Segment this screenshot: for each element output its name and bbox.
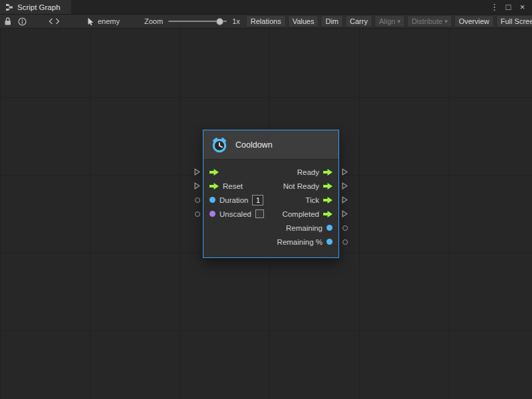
- alarm-clock-icon: [211, 136, 228, 154]
- relations-button[interactable]: Relations: [246, 15, 286, 27]
- external-control-output[interactable]: [341, 168, 348, 176]
- close-button[interactable]: ×: [517, 0, 527, 15]
- titlebar: Script Graph ⋮ □ ×: [0, 0, 532, 15]
- zoom-label: Zoom: [144, 17, 163, 25]
- port-label-reset: Reset: [223, 182, 243, 190]
- graph-pointer-icon: [87, 17, 94, 26]
- overview-button[interactable]: Overview: [454, 15, 494, 27]
- align-dropdown[interactable]: Align ▾: [374, 15, 405, 27]
- port-row: Remaining: [203, 221, 338, 235]
- toolbar-buttons: Relations Values Dim Carry Align ▾ Distr…: [246, 15, 532, 27]
- node-title: Cooldown: [235, 140, 273, 150]
- port-row: Unscaled Completed: [203, 207, 338, 221]
- align-label: Align: [379, 17, 395, 25]
- relations-label: Relations: [251, 17, 281, 25]
- carry-button[interactable]: Carry: [345, 15, 372, 27]
- unscaled-checkbox[interactable]: [255, 209, 264, 218]
- overview-label: Overview: [459, 17, 489, 25]
- external-control-input[interactable]: [194, 168, 201, 176]
- port-label-unscaled: Unscaled: [219, 210, 251, 218]
- window-menu-button[interactable]: ⋮: [489, 0, 499, 15]
- dim-label: Dim: [325, 17, 338, 25]
- carry-label: Carry: [350, 17, 368, 25]
- external-value-output[interactable]: [341, 224, 348, 231]
- lock-icon[interactable]: [3, 17, 12, 26]
- external-control-output[interactable]: [341, 182, 348, 190]
- graph-canvas[interactable]: Cooldown Ready: [0, 29, 532, 399]
- code-view-icon[interactable]: [49, 18, 60, 25]
- full-screen-button[interactable]: Full Screen: [496, 15, 532, 27]
- graph-toolbar: enemy Zoom 1x Relations Values Dim Carry…: [0, 15, 532, 29]
- values-label: Values: [293, 17, 315, 25]
- control-output-port-icon[interactable]: [323, 210, 332, 218]
- tab-script-graph[interactable]: Script Graph: [0, 0, 71, 14]
- graph-icon: [5, 3, 13, 11]
- window-controls: ⋮ □ ×: [489, 0, 532, 14]
- port-row: Duration Tick: [203, 193, 338, 207]
- full-screen-label: Full Screen: [501, 17, 532, 25]
- graph-breadcrumb[interactable]: enemy: [87, 17, 120, 26]
- external-value-input[interactable]: [194, 210, 201, 217]
- port-label-tick: Tick: [305, 196, 319, 204]
- distribute-dropdown[interactable]: Distribute ▾: [407, 15, 452, 27]
- chevron-down-icon: ▾: [397, 19, 400, 25]
- zoom-value: 1x: [232, 17, 240, 25]
- tab-title: Script Graph: [17, 3, 61, 11]
- external-value-input[interactable]: [194, 196, 201, 203]
- values-button[interactable]: Values: [288, 15, 319, 27]
- control-output-port-icon[interactable]: [323, 168, 332, 176]
- value-output-port-icon[interactable]: [327, 225, 332, 231]
- maximize-button[interactable]: □: [503, 0, 513, 15]
- zoom-knob[interactable]: [216, 18, 223, 25]
- port-label-remaining-percent: Remaining %: [277, 238, 323, 246]
- info-icon[interactable]: [18, 17, 27, 26]
- port-label-remaining: Remaining: [286, 224, 323, 232]
- value-input-port-icon[interactable]: [209, 197, 215, 203]
- duration-input[interactable]: [252, 195, 263, 205]
- boolean-input-port-icon[interactable]: [209, 211, 215, 217]
- zoom-control: Zoom 1x: [144, 17, 240, 26]
- port-row: Reset Not Ready: [203, 179, 338, 193]
- port-row: Remaining %: [203, 235, 338, 249]
- node-body: Ready Reset Not Ready: [203, 160, 338, 257]
- external-control-output[interactable]: [341, 210, 348, 217]
- external-control-input[interactable]: [194, 182, 201, 190]
- dim-button[interactable]: Dim: [321, 15, 343, 27]
- graph-name: enemy: [98, 17, 120, 25]
- external-value-output[interactable]: [341, 238, 348, 245]
- control-output-port-icon[interactable]: [323, 196, 332, 204]
- control-output-port-icon[interactable]: [323, 182, 332, 190]
- port-label-ready: Ready: [297, 168, 319, 176]
- port-row: Ready: [203, 165, 338, 179]
- external-control-output[interactable]: [341, 196, 348, 203]
- cooldown-node[interactable]: Cooldown Ready: [203, 130, 339, 258]
- node-header[interactable]: Cooldown: [203, 130, 338, 160]
- control-input-port-icon[interactable]: [209, 168, 219, 176]
- zoom-slider[interactable]: [168, 17, 227, 26]
- chevron-down-icon: ▾: [444, 19, 448, 25]
- port-label-not-ready: Not Ready: [283, 182, 319, 190]
- port-label-duration: Duration: [219, 196, 248, 204]
- distribute-label: Distribute: [412, 17, 442, 25]
- port-label-completed: Completed: [282, 210, 319, 218]
- value-output-port-icon[interactable]: [327, 239, 332, 245]
- control-input-port-icon[interactable]: [209, 182, 219, 190]
